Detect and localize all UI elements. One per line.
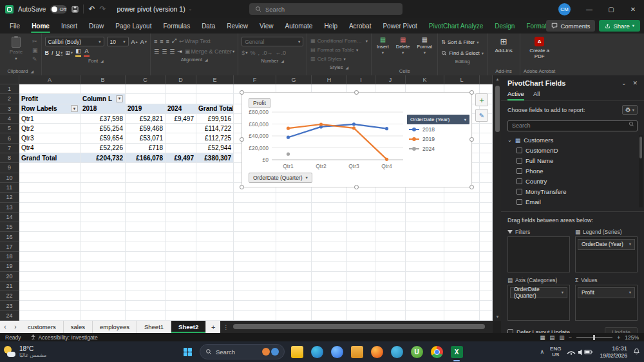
tab-home[interactable]: Home <box>26 18 55 33</box>
filter-dropdown-icon[interactable]: ▼ <box>116 95 123 102</box>
row-header-15[interactable]: 15 <box>0 222 19 232</box>
cell-C21[interactable] <box>126 281 166 291</box>
cell-B6[interactable]: £59,654 <box>80 133 126 143</box>
copy-icon[interactable]: ▣ <box>32 46 38 54</box>
zoom-out-icon[interactable]: − <box>569 334 572 341</box>
page-layout-view-icon[interactable]: ▤ <box>549 334 554 341</box>
cell-G18[interactable] <box>276 252 312 262</box>
format-cells-button[interactable]: ▦ Format▾ <box>415 35 434 57</box>
row-header-13[interactable]: 13 <box>0 203 19 213</box>
borders-icon[interactable]: ⊞▾ <box>65 48 73 57</box>
dialog-launcher-icon[interactable]: ◢ <box>345 65 348 70</box>
column-header-L[interactable]: L <box>444 75 480 84</box>
cell-K17[interactable] <box>406 242 444 252</box>
cell-partial-16[interactable] <box>480 232 493 242</box>
row-header-12[interactable]: 12 <box>0 193 19 202</box>
tab-pivotchart-analyze[interactable]: PivotChart Analyze <box>423 18 489 33</box>
row-header-6[interactable]: 6 <box>0 133 19 143</box>
cell-partial-18[interactable] <box>480 252 493 262</box>
cell-F15[interactable] <box>234 222 276 232</box>
row-header-4[interactable]: 4 <box>0 114 19 124</box>
cell-A24[interactable] <box>19 311 80 321</box>
firefox-icon[interactable] <box>369 344 384 359</box>
row-header-10[interactable]: 10 <box>0 173 19 183</box>
dialog-launcher-icon[interactable]: ◢ <box>205 57 208 62</box>
indent-icon[interactable]: ⇥ <box>177 47 182 55</box>
cell-J14[interactable] <box>375 213 406 222</box>
legend-item-2019[interactable]: 2019 <box>407 134 469 144</box>
row-header-23[interactable]: 23 <box>0 301 19 310</box>
chart-style-button[interactable]: ✎ <box>475 109 488 122</box>
cell-F16[interactable] <box>234 232 276 242</box>
cell-E15[interactable] <box>196 222 234 232</box>
tab-automate[interactable]: Automate <box>279 18 319 33</box>
cell-partial-9[interactable] <box>480 163 493 173</box>
cell-E10[interactable] <box>196 173 234 183</box>
cell-I20[interactable] <box>347 272 375 281</box>
cell-C17[interactable] <box>126 242 166 252</box>
cell-C3[interactable]: 2019 <box>126 104 166 114</box>
cell-L13[interactable] <box>444 203 480 213</box>
close-button[interactable]: ✕ <box>622 0 644 18</box>
row-header-11[interactable]: 11 <box>0 183 19 193</box>
column-header-C[interactable]: C <box>126 75 166 84</box>
cell-partial-19[interactable] <box>480 262 493 271</box>
cell-D18[interactable] <box>166 252 196 262</box>
cell-E18[interactable] <box>196 252 234 262</box>
chrome-icon[interactable] <box>429 344 444 359</box>
dialog-launcher-icon[interactable]: ◢ <box>100 59 104 63</box>
cell-A14[interactable] <box>19 213 80 222</box>
cell-G24[interactable] <box>276 311 312 321</box>
row-header-18[interactable]: 18 <box>0 252 19 262</box>
cell-partial-5[interactable] <box>480 124 493 133</box>
cell-L18[interactable] <box>444 252 480 262</box>
weather-widget[interactable]: 18°C مشمس غالبًا <box>4 345 46 359</box>
cell-L22[interactable] <box>444 291 480 301</box>
column-header-K[interactable]: K <box>406 75 444 84</box>
sheet-nav-right-icon[interactable]: › <box>10 321 21 333</box>
row-header-20[interactable]: 20 <box>0 272 19 281</box>
cell-B13[interactable] <box>80 203 126 213</box>
column-header-E[interactable]: E <box>196 75 234 84</box>
accessibility-status[interactable]: Accessibility: Investigate <box>30 334 98 341</box>
cell-F21[interactable] <box>234 281 276 291</box>
filters-area-box[interactable] <box>507 236 570 272</box>
column-header-I[interactable]: I <box>347 75 375 84</box>
comma-format-icon[interactable]: , <box>258 48 260 57</box>
tab-power-pivot[interactable]: Power Pivot <box>377 18 422 33</box>
cell-C2[interactable] <box>126 94 166 104</box>
cell-B2[interactable]: Column L▼ <box>80 94 126 104</box>
cell-partial-15[interactable] <box>480 222 493 232</box>
copilot-icon[interactable] <box>329 344 345 359</box>
grow-font-icon[interactable]: A▴ <box>131 37 138 46</box>
cell-A19[interactable] <box>19 262 80 271</box>
avatar[interactable]: CM <box>558 3 571 15</box>
select-all-corner[interactable] <box>0 75 19 84</box>
row-header-14[interactable]: 14 <box>0 213 19 222</box>
delete-cells-button[interactable]: ▦ Delete▾ <box>394 35 412 57</box>
cell-E13[interactable] <box>196 203 234 213</box>
zoom-in-icon[interactable]: + <box>617 334 620 341</box>
column-header-D[interactable]: D <box>166 75 196 84</box>
cell-E7[interactable]: £52,944 <box>196 144 234 153</box>
cell-K24[interactable] <box>406 311 444 321</box>
cell-I12[interactable] <box>347 193 375 202</box>
cell-A10[interactable] <box>19 173 80 183</box>
cell-L19[interactable] <box>444 262 480 271</box>
cell-K20[interactable] <box>406 272 444 281</box>
cell-D7[interactable] <box>166 144 196 153</box>
cell-L24[interactable] <box>444 311 480 321</box>
cell-D5[interactable] <box>166 124 196 133</box>
resize-handle[interactable] <box>240 137 244 142</box>
cell-A3[interactable]: Row Labels▼ <box>19 104 80 114</box>
maximize-button[interactable]: ▢ <box>600 0 622 18</box>
undo-icon[interactable]: ↶ <box>88 5 95 14</box>
cell-I16[interactable] <box>347 232 375 242</box>
cell-J22[interactable] <box>375 291 406 301</box>
cell-K16[interactable] <box>406 232 444 242</box>
tab-file[interactable]: File <box>4 18 26 33</box>
taskbar-search[interactable]: Search <box>200 344 285 359</box>
cell-I19[interactable] <box>347 262 375 271</box>
resize-handle[interactable] <box>469 185 474 189</box>
cell-F20[interactable] <box>234 272 276 281</box>
